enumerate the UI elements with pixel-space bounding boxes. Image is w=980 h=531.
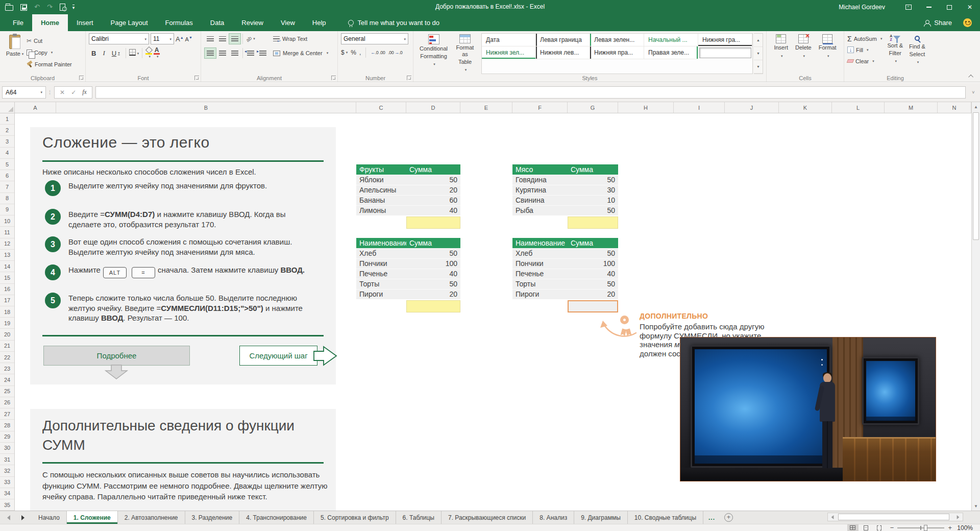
- vertical-scrollbar[interactable]: ▲ ▼: [971, 102, 980, 511]
- column-header-A[interactable]: A: [15, 102, 56, 113]
- row-header-1[interactable]: 1: [0, 113, 14, 125]
- cell-style-item-4[interactable]: Нижняя гра...: [698, 34, 752, 46]
- align-left-button[interactable]: [204, 47, 216, 59]
- table-cell-name[interactable]: Печенье: [356, 269, 406, 279]
- scroll-down-icon[interactable]: ▼: [972, 501, 980, 511]
- row-header-12[interactable]: 12: [0, 238, 14, 250]
- sheet-tab-5[interactable]: 4. Транспонирование: [239, 511, 314, 524]
- row-header-3[interactable]: 3: [0, 136, 14, 147]
- table-cell-name[interactable]: Рыба: [512, 206, 568, 215]
- fill-button[interactable]: ↓Fill: [847, 44, 882, 55]
- row-header-7[interactable]: 7: [0, 181, 14, 192]
- ribbon-tab-view[interactable]: View: [272, 14, 304, 31]
- table-cell-name[interactable]: Пончики: [512, 259, 568, 269]
- zoom-slider[interactable]: [897, 527, 944, 528]
- column-header-K[interactable]: K: [779, 102, 832, 113]
- ribbon-tab-review[interactable]: Review: [233, 14, 272, 31]
- copy-button[interactable]: Copy: [27, 47, 72, 58]
- number-dialog-launcher[interactable]: [407, 76, 411, 80]
- italic-button[interactable]: I: [100, 47, 107, 59]
- restore-button[interactable]: [939, 0, 960, 14]
- format-painter-button[interactable]: Format Painter: [27, 59, 72, 69]
- row-header-32[interactable]: 32: [0, 465, 14, 476]
- cell-style-item-5[interactable]: Нижняя зел...: [482, 46, 536, 59]
- yellow-sum-cell[interactable]: [406, 300, 460, 312]
- table-cell-value[interactable]: 40: [406, 206, 460, 215]
- scroll-up-icon[interactable]: ▲: [972, 102, 980, 111]
- row-header-35[interactable]: 35: [0, 499, 14, 511]
- ribbon-tab-help[interactable]: Help: [304, 14, 335, 31]
- column-header-M[interactable]: M: [885, 102, 938, 113]
- new-sheet-button[interactable]: +: [724, 511, 733, 524]
- decrease-font-icon[interactable]: A▼: [185, 36, 192, 42]
- tell-me-box[interactable]: Tell me what you want to do: [348, 14, 439, 31]
- cut-button[interactable]: ✂Cut: [27, 35, 72, 46]
- row-header-20[interactable]: 20: [0, 329, 14, 340]
- close-button[interactable]: ✕: [960, 0, 980, 14]
- ribbon-display-options-button[interactable]: [898, 0, 919, 14]
- table-cell-name[interactable]: Торты: [512, 279, 568, 289]
- column-header-H[interactable]: H: [618, 102, 674, 113]
- row-header-6[interactable]: 6: [0, 170, 14, 181]
- cell-style-item-1[interactable]: Левая граница: [536, 34, 590, 46]
- table-cell-name[interactable]: Пироги: [356, 289, 406, 299]
- alignment-dialog-launcher[interactable]: [331, 76, 336, 80]
- expand-formula-bar-icon[interactable]: ˅: [969, 90, 978, 95]
- row-header-15[interactable]: 15: [0, 272, 14, 283]
- cell-style-item-0[interactable]: Дата: [482, 34, 536, 46]
- wrap-text-button[interactable]: Wrap Text: [273, 33, 328, 44]
- table-cell-value[interactable]: 100: [568, 259, 618, 269]
- increase-decimal-button[interactable]: ←.0 .00: [371, 50, 385, 55]
- horizontal-scrollbar[interactable]: [827, 513, 963, 521]
- table-cell-name[interactable]: Яблоки: [356, 175, 406, 185]
- normal-view-button[interactable]: [847, 524, 859, 531]
- cell-style-item-6[interactable]: Нижняя лев...: [536, 46, 590, 59]
- column-header-F[interactable]: F: [512, 102, 568, 113]
- sheet-tab-3[interactable]: 2. Автозаполнение: [118, 511, 185, 524]
- align-bottom-button[interactable]: [229, 33, 241, 44]
- row-header-5[interactable]: 5: [0, 159, 14, 170]
- table-cell-value[interactable]: 40: [568, 269, 618, 279]
- table-cell-name[interactable]: Торты: [356, 279, 406, 289]
- align-right-button[interactable]: [229, 47, 241, 59]
- accounting-format-button[interactable]: $: [341, 49, 348, 56]
- user-name[interactable]: Michael Gordeev: [839, 4, 885, 11]
- align-center-button[interactable]: [216, 47, 229, 59]
- table-cell-name[interactable]: Пончики: [356, 259, 406, 269]
- column-header-E[interactable]: E: [460, 102, 512, 113]
- table-cell-name[interactable]: Хлеб: [512, 249, 568, 258]
- row-header-10[interactable]: 10: [0, 215, 14, 227]
- row-header-9[interactable]: 9: [0, 204, 14, 215]
- autosum-button[interactable]: ΣAutoSum: [847, 33, 882, 44]
- increase-font-icon[interactable]: A▲: [176, 35, 184, 43]
- row-header-24[interactable]: 24: [0, 374, 14, 385]
- column-header-C[interactable]: C: [356, 102, 406, 113]
- row-header-28[interactable]: 28: [0, 420, 14, 431]
- table-cell-name[interactable]: Бананы: [356, 196, 406, 205]
- sheet-tab-10[interactable]: 9. Диаграммы: [574, 511, 628, 524]
- row-header-8[interactable]: 8: [0, 193, 14, 204]
- column-header-B[interactable]: B: [56, 102, 356, 113]
- decrease-decimal-button[interactable]: .00 →.0: [388, 50, 402, 55]
- align-middle-button[interactable]: [216, 33, 229, 44]
- table-cell-value[interactable]: 40: [406, 269, 460, 279]
- merge-center-button[interactable]: Merge & Center: [273, 47, 328, 59]
- table-cell-name[interactable]: Свинина: [512, 196, 568, 205]
- zoom-level[interactable]: 100%: [955, 524, 973, 531]
- column-header-N[interactable]: N: [938, 102, 971, 113]
- table-cell-value[interactable]: 100: [406, 259, 460, 269]
- percent-style-button[interactable]: %: [351, 49, 356, 56]
- row-header-21[interactable]: 21: [0, 341, 14, 352]
- row-header-2[interactable]: 2: [0, 125, 14, 136]
- row-header-22[interactable]: 22: [0, 352, 14, 363]
- sheet-tab-8[interactable]: 7. Раскрывающиеся списки: [442, 511, 533, 524]
- sheet-tab-9[interactable]: 8. Анализ: [533, 511, 574, 524]
- row-header-25[interactable]: 25: [0, 386, 14, 397]
- row-header-34[interactable]: 34: [0, 488, 14, 499]
- row-header-4[interactable]: 4: [0, 148, 14, 159]
- column-header-I[interactable]: I: [674, 102, 725, 113]
- cell-style-item-9[interactable]: [699, 47, 751, 58]
- column-header-L[interactable]: L: [832, 102, 885, 113]
- cell-style-item-8[interactable]: Правая зеле...: [644, 46, 698, 59]
- table-cell-name[interactable]: Говядина: [512, 175, 568, 185]
